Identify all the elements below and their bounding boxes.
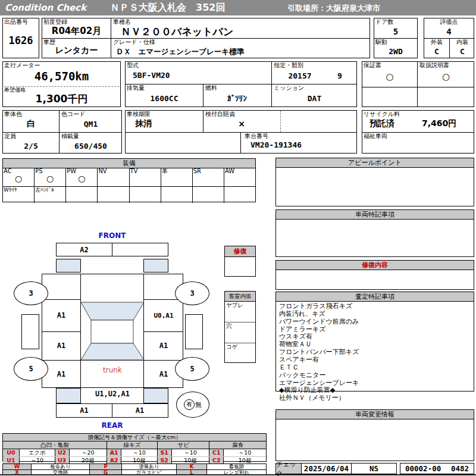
side-step-right xyxy=(185,314,203,349)
equipment-extras-row: Wﾀｲﾔ 左ﾊﾝﾄﾞﾙ xyxy=(3,186,255,203)
cabin-interior-title: 客室内張 xyxy=(225,292,255,302)
drive-value: 2WD xyxy=(374,46,417,57)
displacement-label: 排気量 xyxy=(127,85,145,92)
body-color-label: 車体色 xyxy=(4,111,22,118)
inspection-value: 抹消 xyxy=(135,118,152,129)
legend-code: P xyxy=(90,464,122,469)
damage-legend-table: 損傷記号＆損傷サイズ（～最大cm） 凸凹・亀裂 線キズ サビ 腐食 U0 エクボ… xyxy=(2,433,267,462)
color-code-value: QM1 xyxy=(59,117,123,130)
equipment-extra xyxy=(130,187,161,203)
equipment-col: SR xyxy=(193,168,224,186)
manual-mark: ○ xyxy=(417,69,475,84)
cabin-row-burn: コゲ xyxy=(225,343,255,364)
manual-label: 取扱説明書 xyxy=(419,62,449,69)
assessment-panel: 査定特記事項 フロントガラス飛石キズ 内装汚れ、キズ パワーウインドウ前席のみ … xyxy=(275,292,474,392)
score-label: 評価点 xyxy=(424,19,474,26)
fuel-label: 燃料 xyxy=(205,85,217,92)
chassis-no-value: VM20-191346 xyxy=(250,140,302,149)
cabin-row-label: ヤブレ xyxy=(226,302,243,308)
equipment-extra-label: Wﾀｲﾔ xyxy=(4,187,17,193)
damage-legend-table2: W 板金あり P 塗装あり K 看板跡 X 交換跡 G ガラスヒビ L レンズ割… xyxy=(2,464,267,475)
equipment-table: 装備 AC○ PS○ PW○ NV TV 革 SR AW Wﾀｲﾔ 左ﾊﾝﾄﾞﾙ xyxy=(2,158,256,202)
page-bottom-rule xyxy=(0,474,476,475)
cowl-right-cell xyxy=(143,259,168,273)
legend-code: U0 xyxy=(3,449,20,456)
repair-details-panel: 修復内容 xyxy=(275,260,474,290)
tailgate-right-cell xyxy=(143,388,168,403)
score-value: 4 xyxy=(424,26,474,37)
door-rear-right-mark: A1 xyxy=(144,331,183,360)
legend-desc: 看板跡 xyxy=(207,464,266,469)
equipment-col: AW xyxy=(224,168,255,186)
doors-label: ドア数 xyxy=(375,19,393,26)
exterior-label: 外装 xyxy=(424,39,449,46)
legend-title: 損傷記号＆損傷サイズ（～最大cm） xyxy=(3,434,266,441)
warranty-label: 保証書 xyxy=(364,62,381,69)
equipment-extra xyxy=(66,187,98,203)
capacity-value: 2/5 xyxy=(3,139,59,152)
model-code-value: 5BF-VM20 xyxy=(133,71,170,80)
diagram-rear-label: REAR xyxy=(56,421,168,429)
interior-label: 内装 xyxy=(450,39,475,46)
change-info-title: 車両変更情報 xyxy=(276,410,474,419)
recycle-label: リサイクル料 xyxy=(364,111,400,118)
repair-mini-title: 修復 xyxy=(225,246,255,257)
legend-data-row: U0 エクボ U2 ～20 A1 ～10 S1 ～10 C1 ～10 xyxy=(3,449,266,456)
interior-value: C xyxy=(450,46,475,57)
legend-desc: ～10 xyxy=(121,449,158,456)
divider xyxy=(271,62,272,84)
spare-none: 無 xyxy=(195,400,202,409)
class-no-label: 指定・類別 xyxy=(274,62,303,69)
equipment-col: 革 xyxy=(161,168,193,186)
assessment-title: 査定特記事項 xyxy=(276,292,474,302)
door-front-right-mark: U0,A1 xyxy=(144,299,183,331)
displacement-value: 1600CC xyxy=(126,92,203,104)
equipment-mark: ○ xyxy=(35,173,65,184)
body-color-value: 白 xyxy=(3,117,59,130)
assessment-items: フロントガラス飛石キズ 内装汚れ、キズ パワーウインドウ前席のみ ドアミラーキズ… xyxy=(276,302,474,403)
brand-logo: Condition Check xyxy=(5,2,86,13)
check-code-cell: 00002-00 0482 xyxy=(400,463,474,474)
cabin-interior-box: 客室内張 ヤブレ 穴 コゲ xyxy=(224,291,256,363)
odometer-label: 走行メーター xyxy=(4,62,40,69)
special-notes-panel: 車両特記事項 xyxy=(275,209,474,257)
transmission-value: DAT xyxy=(271,92,358,104)
equipment-mark xyxy=(130,173,161,184)
legend-desc: ～10 xyxy=(224,449,266,456)
trunk-label: trunk xyxy=(81,362,144,378)
equipment-mark xyxy=(193,173,224,184)
check-inspector-cell: NS xyxy=(351,463,397,474)
equipment-extra-label: 左ﾊﾝﾄﾞﾙ xyxy=(35,187,54,193)
check-date-cell: 2025/06/04 xyxy=(301,463,352,474)
divider xyxy=(126,132,356,133)
equipment-col: AC○ xyxy=(3,168,35,186)
insurance-value: × xyxy=(203,117,280,130)
load-value: 650/450 xyxy=(59,139,123,152)
fuel-value: ｶﾞｿﾘﾝ xyxy=(203,92,271,104)
legend-code: K xyxy=(177,464,207,469)
front-bumper: A2 xyxy=(56,243,168,256)
chassis-no-label: 車台番号 xyxy=(245,133,268,140)
pickup-location: 引取場所：大阪府泉大津市 xyxy=(287,3,380,14)
appeal-panel: アピールポイント xyxy=(275,158,474,206)
equipment-col: PW○ xyxy=(66,168,98,186)
equipment-title: 装備 xyxy=(3,159,255,168)
model-name-value: ＮＶ２００バネットバン xyxy=(121,25,233,39)
warranty-mark: ○ xyxy=(362,69,417,84)
equipment-col: TV xyxy=(130,168,161,186)
load-label: 積載量 xyxy=(61,133,79,140)
tailgate-left-cell xyxy=(56,388,81,403)
class-no-value2: 9 xyxy=(334,70,346,81)
equipment-extra: Wﾀｲﾔ xyxy=(3,187,35,203)
documents-box: 保証書 ○ 取扱説明書 ○ xyxy=(362,61,474,107)
repair-details-title: 修復内容 xyxy=(276,261,474,270)
history-value: レンタカー xyxy=(42,45,111,57)
grade-label: グレード・仕様 xyxy=(113,39,155,46)
equipment-marks-row: AC○ PS○ PW○ NV TV 革 SR AW xyxy=(3,168,255,186)
condition-check-sheet: Condition Check ＮＰＳ大阪入札会 352回 引取場所：大阪府泉大… xyxy=(0,0,476,476)
legend-section-row: 凸凹・亀裂 線キズ サビ 腐食 xyxy=(3,441,266,449)
door-rear-left-mark: A1 xyxy=(42,331,81,360)
capacity-label: 定員 xyxy=(4,133,16,140)
spec-box: 型式 5BF-VM20 指定・類別 20157 9 排気量 1600CC 燃料 … xyxy=(125,61,357,107)
equipment-mark xyxy=(161,173,192,184)
